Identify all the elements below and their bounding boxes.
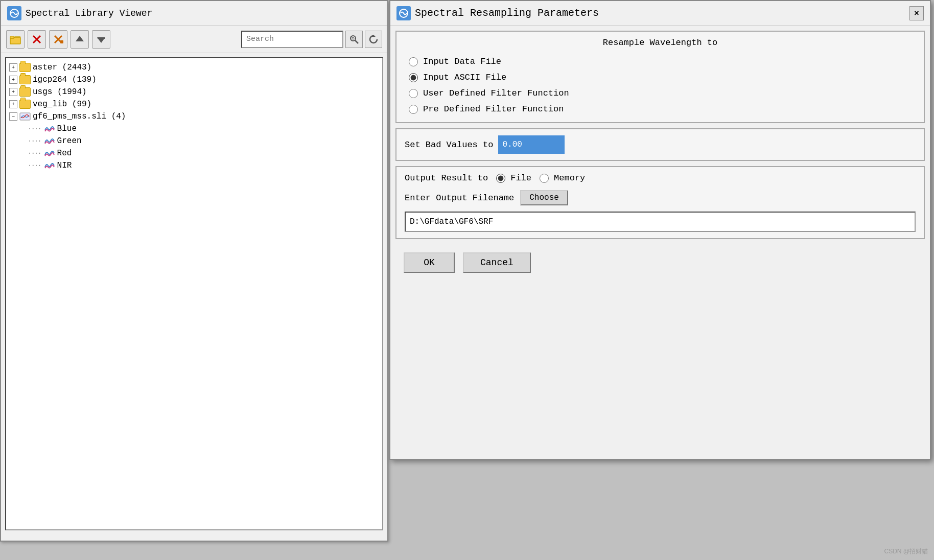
dialog-window-icon	[396, 6, 411, 20]
folder-icon-igcp264	[19, 75, 31, 84]
tree-label-red: Red	[57, 149, 72, 158]
radio-input-data-file[interactable]: Input Data File	[409, 57, 912, 66]
main-toolbar	[1, 26, 387, 53]
search-container	[241, 31, 382, 48]
dialog-body: Resample Wavelength to Input Data File I…	[390, 26, 930, 283]
tree-item-green[interactable]: Green	[27, 135, 380, 147]
radio-user-defined-filter-input[interactable]	[409, 89, 418, 98]
main-window-title: Spectral Library Viewer	[26, 8, 152, 18]
expander-aster[interactable]: +	[9, 63, 17, 72]
up-button[interactable]	[71, 30, 89, 49]
svg-rect-7	[60, 40, 63, 43]
search-button[interactable]	[345, 31, 363, 48]
folder-icon-veglib	[19, 100, 31, 109]
wave-icon-red	[44, 149, 55, 158]
radio-output-memory-label: Memory	[554, 173, 585, 183]
radio-user-defined-filter[interactable]: User Defined Filter Function	[409, 88, 912, 98]
close-button[interactable]: ×	[909, 6, 924, 20]
radio-input-ascii-file-label: Input ASCII File	[423, 73, 506, 82]
tree-label-igcp264: igcp264 (139)	[33, 75, 97, 84]
radio-pre-defined-filter[interactable]: Pre Defined Filter Function	[409, 104, 912, 114]
delete-red-button[interactable]	[28, 30, 46, 49]
tree-item-igcp264[interactable]: + igcp264 (139)	[8, 74, 380, 86]
radio-pre-defined-filter-input[interactable]	[409, 105, 418, 114]
expander-gf6[interactable]: −	[9, 112, 17, 121]
bad-values-section: Set Bad Values to	[395, 128, 925, 161]
output-result-label: Output Result to	[405, 173, 488, 183]
folder-icon-usgs	[19, 87, 31, 97]
radio-input-data-file-input[interactable]	[409, 57, 418, 66]
tree-item-red[interactable]: Red	[27, 147, 380, 159]
radio-output-file-input[interactable]	[496, 174, 505, 183]
dialog-title: Spectral Resampling Parameters	[415, 7, 905, 19]
svg-marker-8	[76, 36, 84, 41]
expander-veglib[interactable]: +	[9, 100, 17, 108]
tree-item-gf6[interactable]: − gf6_pms_mss.sli (4)	[8, 110, 380, 123]
tree-item-veglib[interactable]: + veg_lib (99)	[8, 98, 380, 110]
down-button[interactable]	[92, 30, 110, 49]
radio-input-data-file-label: Input Data File	[423, 57, 501, 66]
cancel-button[interactable]: Cancel	[463, 252, 531, 273]
resample-section: Resample Wavelength to Input Data File I…	[395, 31, 925, 123]
output-section: Output Result to File Memory Enter Outpu…	[395, 166, 925, 239]
expander-usgs[interactable]: +	[9, 88, 17, 96]
open-button[interactable]	[6, 30, 25, 49]
tree-item-aster[interactable]: + aster (2443)	[8, 61, 380, 74]
tree-label-usgs: usgs (1994)	[33, 87, 87, 97]
tree-item-nir[interactable]: NIR	[27, 159, 380, 172]
svg-rect-10	[98, 37, 105, 39]
wave-icon-nir	[44, 161, 55, 170]
delete-orange-button[interactable]	[49, 30, 67, 49]
refresh-button[interactable]	[365, 31, 382, 48]
tree-label-green: Green	[57, 136, 82, 146]
svg-point-13	[352, 37, 354, 39]
radio-output-memory-input[interactable]	[540, 174, 549, 183]
resample-options: Input Data File Input ASCII File User De…	[405, 55, 916, 116]
radio-output-file-label: File	[510, 173, 531, 183]
dialog-window: Spectral Resampling Parameters × Resampl…	[389, 0, 931, 460]
tree-panel[interactable]: + aster (2443) + igcp264 (139) + usgs (1…	[5, 57, 383, 530]
svg-rect-2	[10, 36, 14, 38]
output-row2: Enter Output Filename Choose	[405, 190, 916, 205]
search-input[interactable]	[241, 31, 343, 48]
radio-pre-defined-filter-label: Pre Defined Filter Function	[423, 104, 564, 114]
dialog-buttons: OK Cancel	[395, 247, 925, 278]
tree-label-veglib: veg_lib (99)	[33, 100, 91, 109]
tree-label-nir: NIR	[57, 161, 72, 170]
radio-output-memory[interactable]: Memory	[540, 173, 585, 183]
resample-title: Resample Wavelength to	[405, 38, 916, 48]
main-window: Spectral Library Viewer	[0, 0, 388, 542]
wave-icon-blue	[44, 124, 55, 133]
main-titlebar: Spectral Library Viewer	[1, 1, 387, 26]
radio-output-file[interactable]: File	[496, 173, 531, 183]
choose-button[interactable]: Choose	[520, 190, 568, 205]
tree-label-aster: aster (2443)	[33, 63, 91, 72]
bad-values-label: Set Bad Values to	[405, 140, 493, 150]
sli-icon	[19, 112, 31, 121]
watermark: CSDN @招财猫	[884, 547, 928, 556]
ok-button[interactable]: OK	[404, 252, 455, 273]
radio-input-ascii-file[interactable]: Input ASCII File	[409, 73, 912, 82]
radio-input-ascii-file-input[interactable]	[409, 73, 418, 82]
tree-item-usgs[interactable]: + usgs (1994)	[8, 86, 380, 98]
tree-label-gf6: gf6_pms_mss.sli (4)	[33, 112, 126, 121]
expander-igcp264[interactable]: +	[9, 76, 17, 84]
main-window-icon	[7, 6, 21, 20]
radio-user-defined-filter-label: User Defined Filter Function	[423, 88, 569, 98]
filename-label: Enter Output Filename	[405, 193, 514, 203]
folder-icon-aster	[19, 63, 31, 72]
dialog-titlebar: Spectral Resampling Parameters ×	[390, 1, 930, 26]
wave-icon-green	[44, 136, 55, 146]
svg-line-12	[355, 40, 358, 43]
filename-input[interactable]	[405, 212, 916, 232]
bad-values-input[interactable]	[498, 135, 565, 154]
tree-label-blue: Blue	[57, 124, 77, 133]
output-row1: Output Result to File Memory	[405, 173, 916, 183]
tree-item-blue[interactable]: Blue	[27, 123, 380, 135]
